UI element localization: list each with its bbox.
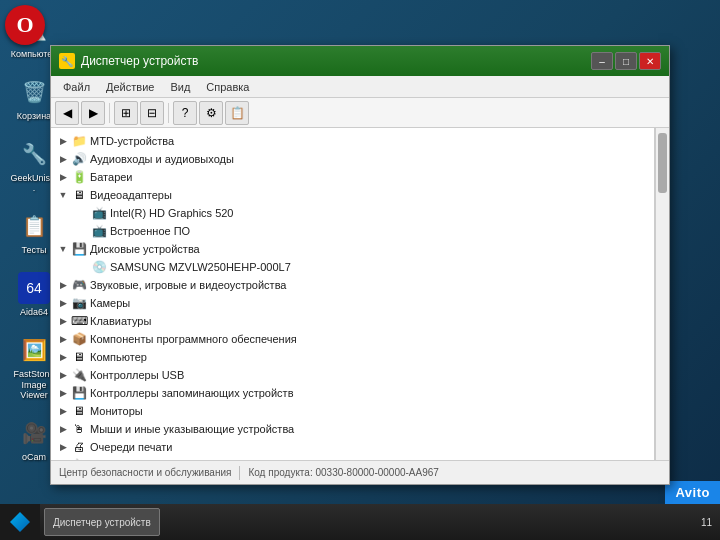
forward-button[interactable]: ▶ bbox=[81, 101, 105, 125]
tree-item[interactable]: ▶💾Контроллеры запоминающих устройств bbox=[51, 384, 654, 402]
tree-expander[interactable]: ▶ bbox=[55, 133, 71, 149]
titlebar-title: Диспетчер устройств bbox=[81, 54, 591, 68]
titlebar-buttons: – □ ✕ bbox=[591, 52, 661, 70]
tree-item[interactable]: ▶🖥Мониторы bbox=[51, 402, 654, 420]
tree-expander[interactable]: ▶ bbox=[55, 151, 71, 167]
tests-icon: 📋 bbox=[18, 210, 50, 242]
device-manager-window: 🔧 Диспетчер устройств – □ ✕ Файл Действи… bbox=[50, 45, 670, 485]
tree-item-icon: 🔌 bbox=[71, 367, 87, 383]
start-button[interactable] bbox=[0, 504, 40, 540]
tree-item[interactable]: ▶🔌Контроллеры USB bbox=[51, 366, 654, 384]
tree-item-icon: 📦 bbox=[71, 331, 87, 347]
titlebar[interactable]: 🔧 Диспетчер устройств – □ ✕ bbox=[51, 46, 669, 76]
tree-item-label: Intel(R) HD Graphics 520 bbox=[110, 207, 234, 219]
tree-expander[interactable]: ▶ bbox=[55, 439, 71, 455]
tree-expander[interactable] bbox=[75, 223, 91, 239]
tree-expander[interactable]: ▶ bbox=[55, 295, 71, 311]
tree-item-icon: 💿 bbox=[91, 259, 107, 275]
tree-expander[interactable]: ▶ bbox=[55, 349, 71, 365]
tree-item-label: Видеоадаптеры bbox=[90, 189, 172, 201]
tree-item-label: Контроллеры USB bbox=[90, 369, 184, 381]
tree-item-label: Звуковые, игровые и видеоустройства bbox=[90, 279, 287, 291]
titlebar-icon: 🔧 bbox=[59, 53, 75, 69]
ocam-icon-label: oCam bbox=[22, 452, 46, 463]
scrollbar-thumb[interactable] bbox=[658, 133, 667, 193]
menu-action[interactable]: Действие bbox=[98, 79, 162, 95]
close-button[interactable]: ✕ bbox=[639, 52, 661, 70]
tree-expander[interactable]: ▶ bbox=[55, 331, 71, 347]
expand-button[interactable]: ⊞ bbox=[114, 101, 138, 125]
back-button[interactable]: ◀ bbox=[55, 101, 79, 125]
menu-help[interactable]: Справка bbox=[198, 79, 257, 95]
tree-expander[interactable] bbox=[75, 259, 91, 275]
tree-item-label: Аудиовходы и аудиовыходы bbox=[90, 153, 234, 165]
taskbar-device-manager[interactable]: Диспетчер устройств bbox=[44, 508, 160, 536]
tree-expander[interactable]: ▶ bbox=[55, 169, 71, 185]
tree-item-icon: 🖥 bbox=[71, 349, 87, 365]
ocam-icon: 🎥 bbox=[18, 417, 50, 449]
tree-item[interactable]: ▶🖱Мыши и иные указывающие устройства bbox=[51, 420, 654, 438]
tree-expander[interactable]: ▶ bbox=[55, 313, 71, 329]
tree-item[interactable]: ▼🖥Видеоадаптеры bbox=[51, 186, 654, 204]
update-button[interactable]: 📋 bbox=[225, 101, 249, 125]
tree-expander[interactable] bbox=[75, 205, 91, 221]
tree-item-label: Компьютер bbox=[90, 351, 147, 363]
tree-item[interactable]: 💿SAMSUNG MZVLW250HEHP-000L7 bbox=[51, 258, 654, 276]
tree-item[interactable]: ▶🖥Компьютер bbox=[51, 348, 654, 366]
geekunist-icon: 🔧 bbox=[18, 138, 50, 170]
tree-expander[interactable]: ▶ bbox=[55, 421, 71, 437]
tree-item[interactable]: ▶📷Камеры bbox=[51, 294, 654, 312]
statusbar-left: Центр безопасности и обслуживания bbox=[59, 467, 231, 478]
tree-item-icon: 💾 bbox=[71, 241, 87, 257]
tree-item[interactable]: ▶📁МТD-устройства bbox=[51, 132, 654, 150]
statusbar-divider bbox=[239, 466, 240, 480]
tree-item[interactable]: ▶🔊Аудиовходы и аудиовыходы bbox=[51, 150, 654, 168]
tree-expander[interactable]: ▶ bbox=[55, 277, 71, 293]
minimize-button[interactable]: – bbox=[591, 52, 613, 70]
collapse-button[interactable]: ⊟ bbox=[140, 101, 164, 125]
tree-item-icon: 🎮 bbox=[71, 277, 87, 293]
tree-item-icon: 🔋 bbox=[71, 169, 87, 185]
content-area: ▶📁МТD-устройства▶🔊Аудиовходы и аудиовыхо… bbox=[51, 128, 669, 460]
tree-item[interactable]: 📺Встроенное ПО bbox=[51, 222, 654, 240]
tree-item-label: SAMSUNG MZVLW250HEHP-000L7 bbox=[110, 261, 291, 273]
taskbar-items: Диспетчер устройств bbox=[40, 508, 693, 536]
tree-item-icon: 🖱 bbox=[71, 421, 87, 437]
help-button[interactable]: ? bbox=[173, 101, 197, 125]
toolbar-separator-2 bbox=[168, 103, 169, 123]
tree-expander[interactable]: ▶ bbox=[55, 385, 71, 401]
menu-view[interactable]: Вид bbox=[162, 79, 198, 95]
tree-expander[interactable]: ▶ bbox=[55, 367, 71, 383]
tree-item-label: Очереди печати bbox=[90, 441, 173, 453]
tree-item-label: Дисковые устройства bbox=[90, 243, 200, 255]
scrollbar[interactable] bbox=[655, 128, 669, 460]
opera-icon[interactable]: O bbox=[5, 5, 45, 45]
tree-item[interactable]: ▶🎮Звуковые, игровые и видеоустройства bbox=[51, 276, 654, 294]
taskbar-clock: 11 bbox=[693, 517, 720, 528]
tree-item-icon: 🔊 bbox=[71, 151, 87, 167]
tree-item-label: Мыши и иные указывающие устройства bbox=[90, 423, 294, 435]
tree-item[interactable]: ▶⌨Клавиатуры bbox=[51, 312, 654, 330]
menu-file[interactable]: Файл bbox=[55, 79, 98, 95]
properties-button[interactable]: ⚙ bbox=[199, 101, 223, 125]
tree-item[interactable]: ▶🖨Очереди печати bbox=[51, 438, 654, 456]
tree-item[interactable]: ▶📦Компоненты программного обеспечения bbox=[51, 330, 654, 348]
desktop: O 💻 Компьютер 🗑️ Корзина 🔧 GeekUnist... … bbox=[0, 0, 720, 540]
tree-view[interactable]: ▶📁МТD-устройства▶🔊Аудиовходы и аудиовыхо… bbox=[51, 128, 655, 460]
tree-item-label: Встроенное ПО bbox=[110, 225, 190, 237]
maximize-button[interactable]: □ bbox=[615, 52, 637, 70]
tree-expander[interactable]: ▶ bbox=[55, 403, 71, 419]
recycle-icon-label: Корзина bbox=[17, 111, 51, 122]
tree-expander[interactable]: ▼ bbox=[55, 241, 71, 257]
tree-item[interactable]: 📺Intel(R) HD Graphics 520 bbox=[51, 204, 654, 222]
tree-item-label: Контроллеры запоминающих устройств bbox=[90, 387, 293, 399]
tree-item[interactable]: ▶🔋Батареи bbox=[51, 168, 654, 186]
tree-item-label: Клавиатуры bbox=[90, 315, 151, 327]
toolbar: ◀ ▶ ⊞ ⊟ ? ⚙ 📋 bbox=[51, 98, 669, 128]
tree-item[interactable]: ▼💾Дисковые устройства bbox=[51, 240, 654, 258]
tree-item-label: Мониторы bbox=[90, 405, 143, 417]
tree-item-label: Батареи bbox=[90, 171, 133, 183]
tree-item-label: Камеры bbox=[90, 297, 130, 309]
statusbar-right: Код продукта: 00330-80000-00000-AA967 bbox=[248, 467, 438, 478]
tree-expander[interactable]: ▼ bbox=[55, 187, 71, 203]
